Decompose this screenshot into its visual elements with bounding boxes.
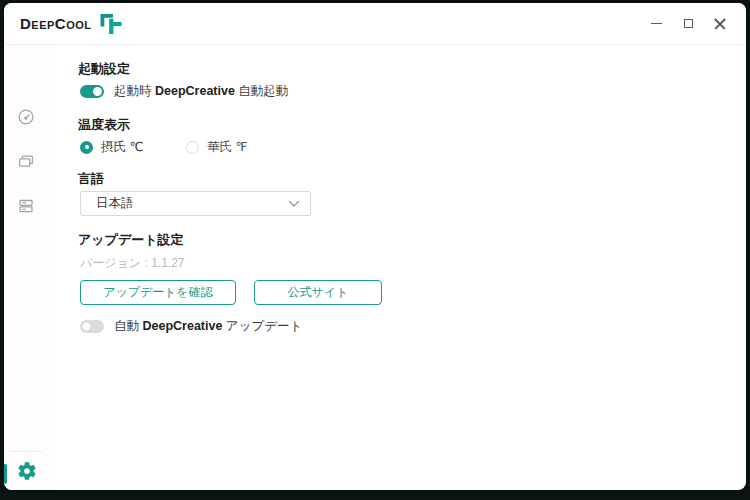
deepcool-plus-logo-icon — [100, 13, 124, 35]
sidebar-item-settings[interactable] — [16, 460, 38, 482]
minimize-icon[interactable] — [640, 9, 672, 39]
celsius-label: 摂氏 ℃ — [101, 139, 144, 156]
language-select[interactable]: 日本語 — [80, 191, 311, 216]
update-section-heading: アップデート設定 — [78, 232, 730, 248]
fahrenheit-label: 華氏 ℉ — [207, 139, 247, 156]
temperature-radio-row: 摂氏 ℃ 華氏 ℉ — [80, 139, 730, 155]
fahrenheit-radio-option[interactable]: 華氏 ℉ — [186, 139, 247, 156]
maximize-icon[interactable] — [672, 9, 704, 39]
auto-update-toggle-row: 自動 DeepCreative アップデート — [80, 318, 730, 334]
startup-toggle-label: 起動時 DeepCreative 自動起動 — [114, 83, 288, 100]
sidebar-item-devices[interactable] — [14, 196, 38, 220]
active-tab-indicator — [4, 464, 7, 484]
startup-autolaunch-toggle[interactable] — [80, 85, 104, 98]
titlebar: DeepCool — [4, 3, 746, 45]
celsius-radio-option[interactable]: 摂氏 ℃ — [80, 139, 186, 156]
monitor-icon — [15, 151, 37, 177]
update-buttons-row: アップデートを確認 公式サイト — [80, 280, 730, 305]
device-strip-icon — [15, 195, 37, 221]
version-text: バージョン : 1.1.27 — [80, 256, 730, 270]
gear-icon — [16, 468, 38, 485]
chevron-down-icon — [288, 200, 300, 208]
settings-panel: 起動設定 起動時 DeepCreative 自動起動 温度表示 摂氏 ℃ 華氏 … — [78, 45, 730, 334]
window-controls — [640, 9, 736, 39]
temperature-section-heading: 温度表示 — [78, 117, 730, 133]
gauge-icon — [15, 106, 37, 132]
app-window: DeepCool — [4, 3, 746, 490]
official-site-button[interactable]: 公式サイト — [254, 280, 382, 305]
radio-unselected-icon — [186, 141, 199, 154]
close-icon[interactable] — [704, 9, 736, 39]
auto-update-toggle-label: 自動 DeepCreative アップデート — [114, 318, 302, 335]
radio-selected-icon — [80, 141, 93, 154]
sidebar-divider — [10, 451, 42, 452]
startup-section-heading: 起動設定 — [78, 61, 730, 77]
language-section-heading: 言語 — [78, 171, 730, 187]
check-update-button[interactable]: アップデートを確認 — [80, 280, 236, 305]
deepcool-logo-text: DeepCool — [20, 15, 92, 32]
sidebar-item-dashboard[interactable] — [14, 107, 38, 131]
auto-update-toggle[interactable] — [80, 320, 104, 333]
language-selected-value: 日本語 — [96, 195, 134, 212]
sidebar — [4, 45, 56, 490]
startup-toggle-row: 起動時 DeepCreative 自動起動 — [80, 83, 730, 99]
sidebar-item-monitor[interactable] — [14, 152, 38, 176]
